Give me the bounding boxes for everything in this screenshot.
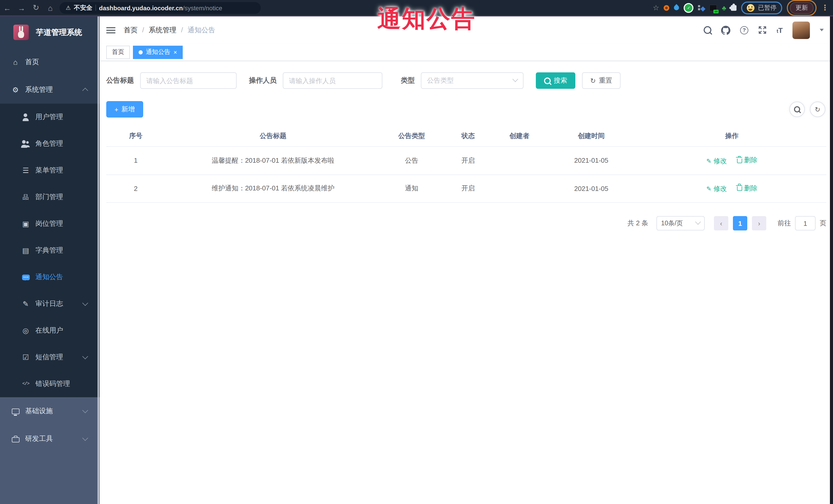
sidebar-item-infrastructure[interactable]: 基础设施	[0, 397, 100, 425]
screen: ← → ↻ ⌂ ⚠ 不安全 dashboard.yudao.iocoder.cn…	[0, 0, 833, 504]
sidebar-item-user-management[interactable]: 用户管理	[0, 104, 100, 130]
operator-filter-label: 操作人员	[249, 76, 277, 85]
fullscreen-icon[interactable]	[758, 26, 767, 34]
url-text[interactable]: dashboard.yudao.iocoder.cn/system/notice	[99, 3, 222, 12]
bookmark-star-icon[interactable]: ☆	[653, 4, 659, 12]
sidebar-item-online-users[interactable]: ◎ 在线用户	[0, 317, 100, 344]
warning-icon: ⚠	[66, 4, 71, 11]
back-icon[interactable]: ←	[0, 3, 15, 12]
tab-notice-announcement[interactable]: 通知公告 ×	[133, 45, 183, 59]
col-index: 序号	[106, 126, 165, 146]
sidebar-item-post-management[interactable]: ▣ 岗位管理	[0, 211, 100, 237]
user-avatar[interactable]	[792, 21, 810, 39]
font-size-icon[interactable]: tT	[777, 26, 783, 34]
sidebar-item-error-code-management[interactable]: </> 错误码管理	[0, 370, 100, 397]
goto-page-input[interactable]	[795, 216, 815, 231]
extension-terminal-icon[interactable]	[710, 4, 717, 11]
error-code-icon: </>	[21, 381, 31, 386]
type-filter-select[interactable]: 公告类型	[421, 72, 524, 89]
page-size-select[interactable]: 10条/页	[657, 216, 705, 231]
notice-bubble-icon	[22, 274, 29, 280]
title-filter-label: 公告标题	[106, 76, 134, 85]
chevron-down-icon	[82, 435, 88, 441]
menu-list-icon: ☰	[21, 166, 31, 174]
sidebar-item-dev-tools[interactable]: 研发工具	[0, 425, 100, 453]
total-count-label: 共 2 条	[627, 219, 648, 228]
prev-page-button[interactable]: ‹	[714, 216, 728, 231]
sidebar-item-system-management[interactable]: ⚙ 系统管理	[0, 76, 100, 104]
breadcrumb-system[interactable]: 系统管理	[149, 25, 176, 34]
help-icon[interactable]: ?	[740, 26, 748, 34]
tab-home[interactable]: 首页	[106, 45, 130, 59]
refresh-table-button[interactable]: ↻	[810, 102, 825, 117]
chevron-down-icon	[82, 300, 88, 306]
show-search-toggle-button[interactable]	[789, 102, 805, 117]
dashboard-icon: ⌂	[10, 58, 21, 66]
sidebar-item-home[interactable]: ⌂ 首页	[0, 48, 100, 76]
extension-wheel-icon[interactable]	[664, 5, 669, 10]
sidebar-item-menu-management[interactable]: ☰ 菜单管理	[0, 157, 100, 184]
refresh-icon: ↻	[815, 105, 820, 113]
table-toolbar: + 新增 ↻	[106, 101, 826, 118]
search-button[interactable]: 搜索	[536, 72, 575, 89]
sidebar-scrollbar[interactable]	[97, 17, 99, 504]
pagination: 共 2 条 10条/页 ‹ 1 › 前往 页	[106, 216, 826, 231]
online-users-icon: ◎	[21, 327, 31, 335]
security-label[interactable]: 不安全	[74, 3, 92, 12]
edit-link[interactable]: ✎修改	[706, 184, 727, 193]
close-tab-icon[interactable]: ×	[173, 49, 177, 55]
chevron-down-icon	[513, 76, 518, 82]
breadcrumb-home[interactable]: 首页	[124, 25, 138, 34]
extensions-puzzle-icon[interactable]	[731, 5, 737, 10]
search-icon	[794, 106, 800, 113]
col-creator: 创建者	[494, 126, 545, 146]
add-button[interactable]: + 新增	[106, 101, 143, 118]
sidebar-item-dict-management[interactable]: ▤ 字典管理	[0, 237, 100, 264]
sidebar-item-audit-log[interactable]: ✎ 审计日志	[0, 290, 100, 317]
reload-icon[interactable]: ↻	[29, 3, 43, 12]
filter-form: 公告标题 操作人员 类型 公告类型 搜索 ↻ 重置	[106, 72, 826, 89]
chevron-down-icon	[82, 407, 88, 413]
app-logo-row[interactable]: 芋道管理系统	[0, 17, 100, 48]
title-filter-input[interactable]	[140, 72, 237, 89]
sidebar-item-dept-management[interactable]: 品 部门管理	[0, 184, 100, 211]
hamburger-icon[interactable]	[106, 27, 116, 33]
forward-icon[interactable]: →	[15, 3, 29, 12]
page-unit-label: 页	[820, 219, 826, 228]
update-button[interactable]: 更新	[790, 2, 813, 14]
delete-link[interactable]: 删除	[737, 184, 758, 193]
caret-down-icon[interactable]	[820, 29, 824, 31]
dict-book-icon: ▤	[21, 246, 31, 255]
next-page-button[interactable]: ›	[752, 216, 766, 231]
trash-icon	[737, 186, 742, 191]
edit-link[interactable]: ✎修改	[706, 156, 727, 166]
extension-sprout-icon[interactable]: ♣	[722, 4, 726, 11]
col-status: 状态	[443, 126, 494, 146]
col-type: 公告类型	[381, 126, 443, 146]
profile-avatar-emoji[interactable]	[747, 4, 755, 11]
sync-paused-label[interactable]: 已暂停	[758, 3, 777, 12]
extension-drop-icon[interactable]	[673, 4, 680, 11]
gear-icon: ⚙	[10, 86, 21, 94]
chevron-down-icon	[82, 353, 88, 359]
sidebar-item-sms-management[interactable]: ☑ 短信管理	[0, 344, 100, 370]
plus-icon: +	[115, 105, 118, 113]
app-title: 芋道管理系统	[36, 27, 82, 37]
browser-menu-dots-icon[interactable]: ⋮	[821, 3, 829, 12]
app-logo	[13, 25, 29, 40]
home-icon[interactable]: ⌂	[43, 3, 57, 12]
extension-grid-diamond-icon[interactable]	[698, 4, 705, 11]
sidebar-item-role-management[interactable]: 角色管理	[0, 130, 100, 157]
delete-link[interactable]: 删除	[737, 155, 758, 165]
goto-label: 前往	[778, 219, 791, 228]
address-bar[interactable]: ⚠ 不安全 dashboard.yudao.iocoder.cn/system/…	[60, 2, 261, 14]
notice-table: 序号 公告标题 公告类型 状态 创建者 创建时间 操作 1 温馨提醒：2018-	[106, 126, 826, 203]
sidebar: 芋道管理系统 ⌂ 首页 ⚙ 系统管理 用户管理	[0, 17, 100, 504]
sidebar-item-notice-announcement[interactable]: 通知公告	[0, 264, 100, 290]
search-icon[interactable]	[704, 26, 711, 34]
operator-filter-input[interactable]	[283, 72, 382, 89]
github-icon[interactable]	[721, 25, 730, 34]
reset-button[interactable]: ↻ 重置	[582, 72, 620, 89]
page-1-button[interactable]: 1	[733, 216, 747, 231]
extension-v-icon[interactable]: ✓	[684, 3, 694, 13]
